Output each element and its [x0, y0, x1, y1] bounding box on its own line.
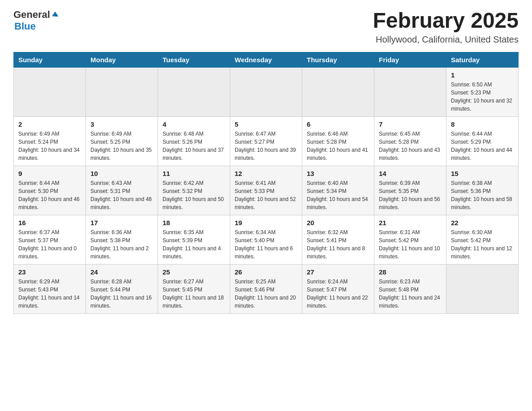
calendar-cell: 21Sunrise: 6:31 AM Sunset: 5:42 PM Dayli… [374, 215, 446, 264]
calendar-cell [14, 67, 86, 116]
calendar-cell: 3Sunrise: 6:49 AM Sunset: 5:25 PM Daylig… [86, 116, 158, 166]
day-info: Sunrise: 6:39 AM Sunset: 5:35 PM Dayligh… [379, 179, 442, 211]
calendar-cell: 15Sunrise: 6:38 AM Sunset: 5:36 PM Dayli… [446, 166, 519, 215]
day-number: 12 [235, 170, 297, 177]
calendar-cell: 10Sunrise: 6:43 AM Sunset: 5:31 PM Dayli… [86, 166, 158, 215]
calendar-cell: 7Sunrise: 6:45 AM Sunset: 5:28 PM Daylig… [374, 116, 446, 166]
day-number: 1 [451, 71, 514, 79]
header-day-thursday: Thursday [302, 52, 374, 67]
day-info: Sunrise: 6:29 AM Sunset: 5:43 PM Dayligh… [18, 278, 81, 310]
header-day-friday: Friday [374, 52, 446, 67]
calendar-cell: 9Sunrise: 6:44 AM Sunset: 5:30 PM Daylig… [14, 166, 86, 215]
calendar-header: SundayMondayTuesdayWednesdayThursdayFrid… [14, 52, 519, 67]
calendar-cell: 26Sunrise: 6:25 AM Sunset: 5:46 PM Dayli… [230, 264, 302, 313]
day-number: 24 [90, 268, 153, 276]
week-row-5: 23Sunrise: 6:29 AM Sunset: 5:43 PM Dayli… [14, 264, 519, 313]
logo-general: General [13, 9, 50, 21]
day-number: 10 [90, 170, 153, 177]
day-number: 14 [379, 170, 442, 177]
calendar-cell: 6Sunrise: 6:46 AM Sunset: 5:28 PM Daylig… [302, 116, 374, 166]
day-number: 15 [451, 170, 514, 177]
calendar-cell: 19Sunrise: 6:34 AM Sunset: 5:40 PM Dayli… [230, 215, 302, 264]
day-number: 6 [307, 120, 369, 128]
header-day-sunday: Sunday [14, 52, 86, 67]
calendar-cell: 28Sunrise: 6:23 AM Sunset: 5:48 PM Dayli… [374, 264, 446, 313]
day-info: Sunrise: 6:30 AM Sunset: 5:42 PM Dayligh… [451, 228, 514, 261]
day-info: Sunrise: 6:42 AM Sunset: 5:32 PM Dayligh… [163, 179, 225, 211]
page-header: General Blue February 2025 Hollywood, Ca… [13, 9, 519, 45]
header-day-saturday: Saturday [446, 52, 519, 67]
day-info: Sunrise: 6:23 AM Sunset: 5:48 PM Dayligh… [379, 278, 442, 310]
day-info: Sunrise: 6:31 AM Sunset: 5:42 PM Dayligh… [379, 228, 442, 261]
day-number: 13 [307, 170, 369, 177]
logo-icon [51, 10, 59, 18]
day-info: Sunrise: 6:37 AM Sunset: 5:37 PM Dayligh… [18, 228, 81, 261]
day-info: Sunrise: 6:28 AM Sunset: 5:44 PM Dayligh… [90, 278, 153, 310]
calendar-cell: 25Sunrise: 6:27 AM Sunset: 5:45 PM Dayli… [158, 264, 230, 313]
week-row-3: 9Sunrise: 6:44 AM Sunset: 5:30 PM Daylig… [14, 166, 519, 215]
day-number: 4 [163, 120, 225, 128]
day-info: Sunrise: 6:49 AM Sunset: 5:25 PM Dayligh… [90, 130, 153, 162]
calendar-title: February 2025 [373, 9, 519, 33]
day-info: Sunrise: 6:45 AM Sunset: 5:28 PM Dayligh… [379, 130, 442, 162]
day-info: Sunrise: 6:41 AM Sunset: 5:33 PM Dayligh… [235, 179, 297, 211]
calendar-subtitle: Hollywood, California, United States [373, 34, 519, 45]
day-number: 16 [18, 219, 81, 227]
calendar-cell: 11Sunrise: 6:42 AM Sunset: 5:32 PM Dayli… [158, 166, 230, 215]
calendar-cell: 14Sunrise: 6:39 AM Sunset: 5:35 PM Dayli… [374, 166, 446, 215]
day-number: 28 [379, 268, 442, 276]
calendar-cell: 5Sunrise: 6:47 AM Sunset: 5:27 PM Daylig… [230, 116, 302, 166]
day-number: 9 [18, 170, 81, 177]
header-day-tuesday: Tuesday [158, 52, 230, 67]
calendar-cell: 24Sunrise: 6:28 AM Sunset: 5:44 PM Dayli… [86, 264, 158, 313]
day-info: Sunrise: 6:48 AM Sunset: 5:26 PM Dayligh… [163, 130, 225, 162]
calendar-table: SundayMondayTuesdayWednesdayThursdayFrid… [13, 52, 519, 314]
calendar-cell [374, 67, 446, 116]
day-number: 22 [451, 219, 514, 227]
day-info: Sunrise: 6:49 AM Sunset: 5:24 PM Dayligh… [18, 130, 81, 162]
calendar-cell: 8Sunrise: 6:44 AM Sunset: 5:29 PM Daylig… [446, 116, 519, 166]
day-info: Sunrise: 6:38 AM Sunset: 5:36 PM Dayligh… [451, 179, 514, 211]
calendar-cell: 18Sunrise: 6:35 AM Sunset: 5:39 PM Dayli… [158, 215, 230, 264]
day-number: 8 [451, 120, 514, 128]
day-number: 21 [379, 219, 442, 227]
day-number: 26 [235, 268, 297, 276]
calendar-body: 1Sunrise: 6:50 AM Sunset: 5:23 PM Daylig… [14, 67, 519, 313]
day-info: Sunrise: 6:24 AM Sunset: 5:47 PM Dayligh… [307, 278, 369, 310]
day-number: 11 [163, 170, 225, 177]
day-number: 25 [163, 268, 225, 276]
day-number: 20 [307, 219, 369, 227]
header-day-wednesday: Wednesday [230, 52, 302, 67]
day-number: 27 [307, 268, 369, 276]
calendar-cell: 23Sunrise: 6:29 AM Sunset: 5:43 PM Dayli… [14, 264, 86, 313]
calendar-cell: 17Sunrise: 6:36 AM Sunset: 5:38 PM Dayli… [86, 215, 158, 264]
calendar-cell [302, 67, 374, 116]
calendar-cell [86, 67, 158, 116]
day-number: 23 [18, 268, 81, 276]
calendar-cell: 2Sunrise: 6:49 AM Sunset: 5:24 PM Daylig… [14, 116, 86, 166]
day-info: Sunrise: 6:27 AM Sunset: 5:45 PM Dayligh… [163, 278, 225, 310]
day-number: 18 [163, 219, 225, 227]
calendar-cell: 22Sunrise: 6:30 AM Sunset: 5:42 PM Dayli… [446, 215, 519, 264]
logo: General Blue [13, 9, 59, 32]
title-area: February 2025 Hollywood, California, Uni… [373, 9, 519, 45]
day-number: 2 [18, 120, 81, 128]
calendar-cell [158, 67, 230, 116]
day-number: 7 [379, 120, 442, 128]
day-number: 19 [235, 219, 297, 227]
day-number: 5 [235, 120, 297, 128]
logo-blue: Blue [14, 21, 36, 32]
calendar-cell: 1Sunrise: 6:50 AM Sunset: 5:23 PM Daylig… [446, 67, 519, 116]
header-day-monday: Monday [86, 52, 158, 67]
calendar-cell: 16Sunrise: 6:37 AM Sunset: 5:37 PM Dayli… [14, 215, 86, 264]
week-row-2: 2Sunrise: 6:49 AM Sunset: 5:24 PM Daylig… [14, 116, 519, 166]
day-number: 17 [90, 219, 153, 227]
day-info: Sunrise: 6:34 AM Sunset: 5:40 PM Dayligh… [235, 228, 297, 261]
calendar-cell [446, 264, 519, 313]
calendar-cell: 12Sunrise: 6:41 AM Sunset: 5:33 PM Dayli… [230, 166, 302, 215]
day-info: Sunrise: 6:43 AM Sunset: 5:31 PM Dayligh… [90, 179, 153, 211]
calendar-cell [230, 67, 302, 116]
header-row: SundayMondayTuesdayWednesdayThursdayFrid… [14, 52, 519, 67]
day-info: Sunrise: 6:32 AM Sunset: 5:41 PM Dayligh… [307, 228, 369, 261]
week-row-4: 16Sunrise: 6:37 AM Sunset: 5:37 PM Dayli… [14, 215, 519, 264]
